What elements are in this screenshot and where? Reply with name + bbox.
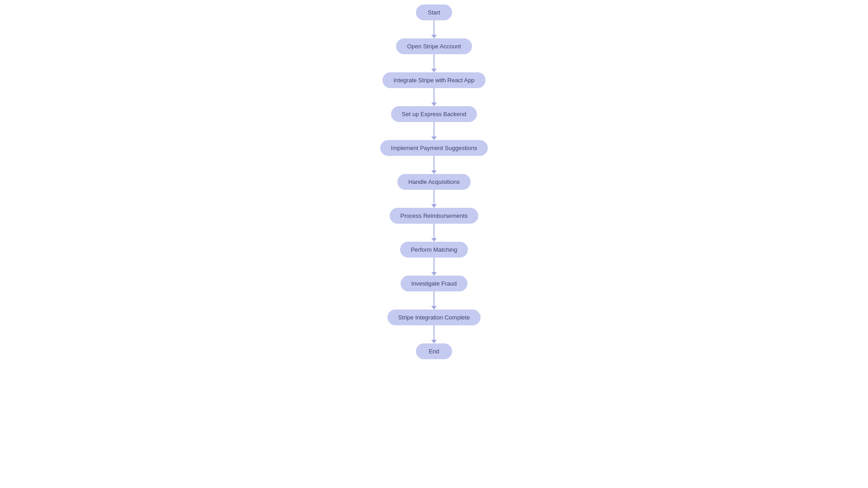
- node-process-reimbursements: Process Reimbursements: [390, 208, 479, 224]
- connector-1: [431, 20, 437, 38]
- node-setup-express-backend: Set up Express Backend: [391, 106, 477, 122]
- connector-4: [431, 122, 437, 140]
- node-investigate-fraud: Investigate Fraud: [401, 276, 467, 291]
- connector-7: [431, 224, 437, 242]
- node-implement-payment-suggestions: Implement Payment Suggestions: [380, 140, 488, 156]
- flowchart: Start Open Stripe Account Integrate Stri…: [0, 0, 868, 359]
- node-end: End: [416, 343, 452, 359]
- connector-5: [431, 156, 437, 174]
- connector-8: [431, 258, 437, 276]
- node-start: Start: [416, 5, 452, 20]
- connector-3: [431, 88, 437, 106]
- node-stripe-integration-complete: Stripe Integration Complete: [387, 310, 481, 325]
- node-open-stripe-account: Open Stripe Account: [396, 38, 472, 54]
- node-perform-matching: Perform Matching: [400, 242, 468, 258]
- connector-6: [431, 190, 437, 208]
- connector-9: [431, 291, 437, 310]
- connector-10: [431, 325, 437, 343]
- node-handle-acquisitions: Handle Acquisitions: [397, 174, 470, 190]
- connector-2: [431, 54, 437, 72]
- node-integrate-stripe-react: Integrate Stripe with React App: [382, 72, 485, 88]
